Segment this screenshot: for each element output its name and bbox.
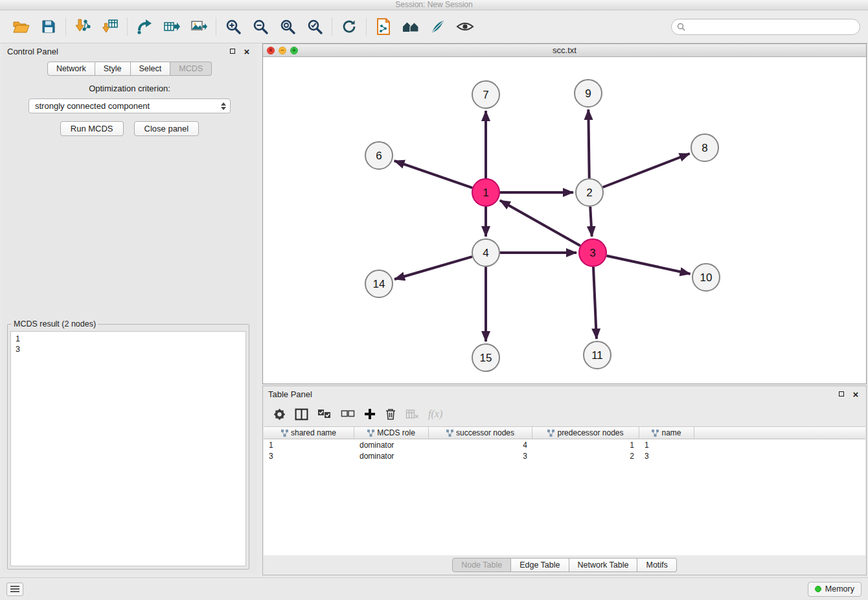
minimize-window-icon[interactable]: − (279, 47, 286, 54)
criterion-select[interactable]: strongly connected component (29, 98, 231, 113)
zoom-in-button[interactable] (220, 14, 247, 39)
import-network-icon (74, 18, 91, 35)
graph-edge-2-9[interactable] (588, 110, 589, 178)
table-body: 1dominator4113dominator323 (264, 439, 865, 555)
deselect-all-button[interactable] (341, 406, 355, 422)
graph-node-label: 1 (483, 187, 488, 199)
table-row[interactable]: 3dominator323 (264, 450, 865, 461)
column-header-predecessor-nodes[interactable]: predecessor nodes (532, 427, 639, 439)
close-panel-icon[interactable]: × (242, 46, 252, 56)
graph-node-label: 9 (585, 87, 591, 100)
optimization-criterion-label: Optimization criterion: (2, 84, 257, 93)
graph-edge-3-10[interactable] (607, 256, 691, 274)
table-panel-tabs: Node TableEdge TableNetwork TableMotifs (452, 558, 677, 572)
maximize-window-icon[interactable]: + (290, 47, 298, 54)
graph-edge-3-11[interactable] (593, 267, 597, 339)
tab-motifs[interactable]: Motifs (637, 558, 676, 572)
memory-button[interactable]: Memory (808, 582, 862, 597)
graph-node-label: 6 (376, 150, 382, 162)
close-table-panel-icon[interactable]: × (851, 389, 861, 399)
mcds-result-list[interactable]: 13 (10, 331, 246, 566)
import-table-icon (102, 18, 119, 35)
criterion-value: strongly connected component (35, 101, 150, 111)
column-type-icon (367, 430, 374, 437)
select-all-button[interactable] (317, 406, 332, 422)
graph-node-label: 2 (586, 187, 592, 199)
mcds-result-line: 3 (16, 344, 241, 354)
tab-select[interactable]: Select (131, 62, 171, 76)
apply-layout-button[interactable] (336, 14, 363, 39)
graph-node-label: 7 (483, 89, 488, 101)
clone-network-button[interactable] (370, 14, 397, 39)
tab-network-table[interactable]: Network Table (569, 558, 638, 572)
tab-style[interactable]: Style (95, 62, 131, 76)
function-builder-button[interactable]: f(x) (428, 406, 442, 422)
graph-edge-2-8[interactable] (603, 154, 690, 187)
command-panel-button[interactable] (6, 583, 23, 596)
import-table-file-button[interactable] (97, 14, 124, 39)
network-canvas-svg[interactable]: 7968124314101511 (263, 57, 866, 384)
run-mcds-button[interactable]: Run MCDS (60, 121, 124, 136)
column-header-label: name (661, 428, 681, 437)
search-icon (677, 23, 685, 31)
style-preview-button[interactable] (424, 14, 451, 39)
column-header-mcds-role[interactable]: MCDS role (354, 427, 429, 439)
zoom-out-icon (253, 19, 268, 34)
graph-edge-2-3[interactable] (590, 207, 592, 237)
column-header-name[interactable]: name (639, 427, 694, 439)
save-icon (41, 19, 56, 34)
table-toolbar: f(x) (263, 402, 866, 426)
table-cell: 3 (264, 452, 354, 461)
document-network-icon (376, 18, 391, 35)
add-column-button[interactable] (364, 406, 376, 422)
column-browser-button[interactable] (295, 406, 308, 422)
delete-column-button[interactable] (385, 406, 396, 422)
zoom-selected-button[interactable] (301, 14, 328, 39)
column-type-icon (652, 430, 659, 437)
close-panel-button[interactable]: Close panel (134, 121, 200, 136)
zoom-out-button[interactable] (247, 14, 274, 39)
toolbar-separator (65, 17, 66, 36)
mcds-result-title: MCDS result (2 nodes) (12, 319, 98, 329)
control-panel: Control Panel × NetworkStyleSelectMCDS O… (2, 43, 257, 573)
tab-mcds[interactable]: MCDS (170, 62, 212, 76)
float-panel-icon[interactable] (227, 46, 238, 56)
close-window-icon[interactable]: × (267, 47, 275, 54)
graph-edge-1-6[interactable] (394, 161, 473, 188)
graph-edge-4-14[interactable] (394, 257, 472, 279)
column-header-successor-nodes[interactable]: successor nodes (429, 427, 532, 439)
zoom-fit-button[interactable] (274, 14, 301, 39)
open-folder-icon (13, 19, 30, 34)
export-image-button[interactable] (185, 14, 212, 39)
table-cell: 3 (639, 452, 694, 461)
column-type-icon (547, 430, 554, 437)
table-cell: dominator (354, 452, 429, 461)
column-header-label: predecessor nodes (557, 428, 623, 437)
column-header-shared-name[interactable]: shared name (264, 427, 354, 439)
save-session-button[interactable] (35, 14, 62, 39)
houses-icon (402, 20, 420, 33)
columns-icon (295, 408, 308, 421)
tab-node-table[interactable]: Node Table (452, 558, 511, 572)
first-neighbors-button[interactable] (397, 14, 424, 39)
mcds-result-line: 1 (16, 334, 241, 344)
gear-icon (273, 408, 286, 421)
tab-edge-table[interactable]: Edge Table (511, 558, 569, 572)
table-cell: 3 (429, 452, 532, 461)
control-panel-tabs: NetworkStyleSelectMCDS (2, 62, 257, 76)
tab-network[interactable]: Network (47, 62, 95, 76)
zoom-selected-icon (307, 19, 323, 34)
search-input[interactable] (689, 21, 854, 32)
graph-node-label: 15 (480, 352, 492, 364)
graph-edge-3-1[interactable] (500, 200, 580, 246)
table-row[interactable]: 1dominator411 (264, 439, 865, 450)
import-network-file-button[interactable] (69, 14, 97, 39)
export-network-button[interactable] (131, 14, 158, 39)
delete-table-button[interactable] (405, 406, 419, 422)
graph-node-label: 8 (702, 142, 707, 154)
export-table-button[interactable] (158, 14, 185, 39)
float-table-panel-icon[interactable] (836, 389, 847, 399)
open-session-button[interactable] (8, 14, 35, 39)
table-settings-button[interactable] (273, 406, 286, 422)
show-hide-button[interactable] (451, 14, 479, 39)
